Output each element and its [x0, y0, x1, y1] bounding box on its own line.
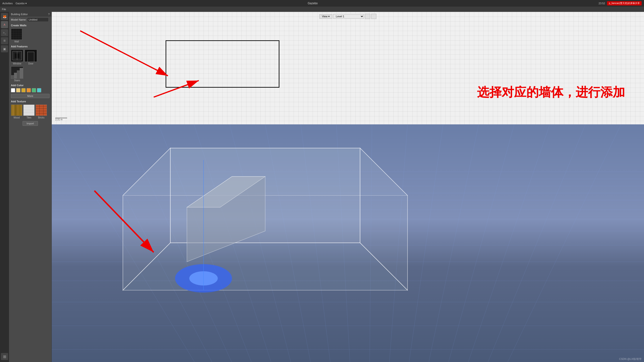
import-button[interactable]: Import [22, 121, 38, 126]
add-texture-title: Add Texture [9, 99, 52, 104]
icon-grid[interactable]: ▣ [1, 45, 8, 52]
door-thumb [25, 49, 37, 62]
zoom-in-button[interactable]: + [371, 14, 376, 19]
icon-terminal[interactable]: >_ [1, 29, 8, 36]
topbar: Activities Gazebo ▾ Gazebo 23:52 p_tianc… [0, 0, 644, 7]
features-grid: Window Door Stairs [9, 49, 52, 83]
file-menu[interactable]: File [2, 8, 6, 11]
gazebo-menu[interactable]: Gazebo ▾ [16, 2, 27, 5]
watermark: CSDN @LX组/初学 [619, 357, 642, 361]
color-swatch-white[interactable] [11, 88, 15, 92]
icon-apps[interactable]: ⊞ [1, 353, 8, 360]
scale-text: 2.31 m [55, 118, 62, 121]
time-display: 23:52 [598, 2, 605, 5]
wall-thumb [11, 28, 22, 40]
panel-title: Building Editor [11, 13, 28, 16]
scale-bar: 2.31 m [55, 118, 67, 121]
viewport-area: View ▾ Level 1 - + [52, 12, 644, 362]
activities-label[interactable]: Activities [2, 2, 12, 5]
svg-rect-0 [11, 75, 14, 79]
color-swatch-orange[interactable] [26, 88, 31, 92]
building-panel: Building Editor ? Model Name: Create Wal… [9, 12, 52, 362]
zoom-out-button[interactable]: - [365, 14, 370, 19]
model-name-input[interactable] [27, 17, 49, 22]
wall-item[interactable]: Wall [11, 28, 22, 43]
level-select[interactable]: Level 1 [333, 14, 364, 19]
color-swatch-tan[interactable] [16, 88, 20, 92]
color-swatch-green[interactable] [32, 88, 36, 92]
color-swatches-row [9, 87, 52, 93]
door-item[interactable]: Door [25, 49, 37, 65]
view3d: CSDN @LX组/初学 [52, 124, 644, 362]
window-label: Window [13, 62, 21, 65]
icon-layers[interactable]: ≡ [1, 37, 8, 44]
topbar-center: Gazebo [308, 2, 318, 5]
add-color-title: Add Color [9, 83, 52, 87]
door-label: Door [28, 62, 34, 65]
floor-plan-rectangle [166, 40, 280, 88]
panel-help[interactable]: ? [48, 13, 50, 16]
more-colors-button[interactable]: More [11, 94, 50, 98]
view-dropdown-button[interactable]: View ▾ [319, 14, 332, 19]
icons-panel: 🦊 A >_ ≡ ▣ ⊞ [0, 12, 9, 362]
menubar: File [0, 7, 644, 12]
topbar-right: 23:52 p_tiancao(曹天然)的屏幕共享 [598, 1, 642, 5]
model-name-label: Model Name: [11, 18, 26, 21]
bricks-thumb [36, 104, 47, 116]
stairs-item[interactable]: Stairs [11, 66, 23, 82]
wood-label: Wood [14, 116, 20, 119]
window-title: Gazebo [308, 2, 318, 5]
grid-background [52, 12, 644, 124]
walls-grid: Wall [9, 27, 52, 44]
share-text: p_tiancao(曹天然)的屏幕共享 [607, 1, 642, 5]
view2d-toolbar: View ▾ Level 1 - + [319, 14, 376, 19]
texture-items-grid: Wood Tiles Bricks [9, 104, 52, 120]
bricks-label: Bricks [38, 116, 44, 119]
stairs-label: Stairs [14, 79, 20, 82]
tiles-label: Tiles [26, 116, 32, 119]
bricks-item[interactable]: Bricks [36, 104, 47, 119]
wood-item[interactable]: Wood [11, 104, 22, 119]
main-layout: 🦊 A >_ ≡ ▣ ⊞ Building Editor ? Model Nam… [0, 12, 644, 362]
view3d-background [52, 124, 644, 362]
window-item[interactable]: Window [11, 49, 23, 65]
wood-thumb [11, 104, 22, 116]
tiles-item[interactable]: Tiles [23, 104, 35, 119]
panel-header: Building Editor ? [9, 12, 52, 16]
model-name-row: Model Name: [9, 16, 52, 23]
tiles-thumb [23, 104, 35, 116]
create-walls-title: Create Walls [9, 23, 52, 27]
svg-rect-2 [17, 70, 20, 79]
wall-label: Wall [14, 40, 19, 43]
add-features-title: Add Features [9, 44, 52, 49]
svg-rect-3 [20, 68, 23, 79]
window-thumb [11, 49, 23, 62]
annotation-text: 选择对应的墙体，进行添加 [477, 84, 625, 101]
icon-firefox[interactable]: 🦊 [1, 13, 8, 20]
topbar-left: Activities Gazebo ▾ [2, 2, 27, 5]
color-swatch-gold[interactable] [21, 88, 26, 92]
icon-app[interactable]: A [1, 21, 8, 28]
color-swatch-cyan[interactable] [37, 88, 41, 92]
view2d: View ▾ Level 1 - + [52, 12, 644, 124]
stairs-icon [11, 67, 23, 79]
stairs-thumb [11, 66, 23, 79]
svg-rect-1 [14, 73, 17, 79]
